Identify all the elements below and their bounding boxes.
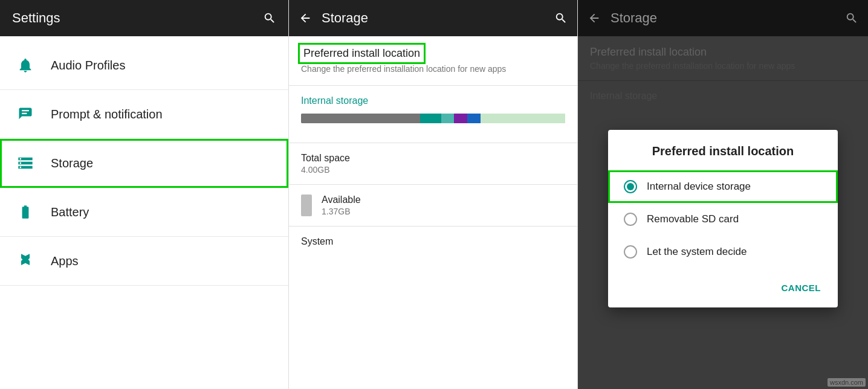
total-space-label: Total space	[301, 153, 565, 164]
bell-icon	[15, 54, 36, 76]
bar-blue	[467, 114, 481, 123]
sidebar-item-label-battery: Battery	[51, 205, 89, 219]
settings-header: Settings	[0, 0, 288, 36]
settings-search-icon[interactable]	[263, 11, 276, 25]
bar-used	[301, 114, 420, 123]
cancel-button[interactable]: CANCEL	[774, 278, 829, 298]
available-color-indicator	[301, 194, 312, 216]
storage-bar	[301, 114, 565, 123]
sidebar-item-label-apps: Apps	[51, 254, 79, 268]
storage-search-icon[interactable]	[554, 11, 568, 25]
radio-internal-dot	[627, 183, 634, 190]
radio-internal	[624, 180, 637, 193]
available-value: 1.37GB	[322, 207, 361, 216]
settings-list: Audio Profiles Prompt & notification Sto…	[0, 36, 288, 389]
dialog-option-label-internal: Internal device storage	[647, 181, 751, 193]
storage-panel: Storage Preferred install location Chang…	[289, 0, 578, 389]
radio-sd-card	[624, 213, 637, 226]
dialog-option-internal[interactable]: Internal device storage	[608, 170, 838, 203]
dialog-option-system-decide[interactable]: Let the system decide	[608, 236, 838, 268]
storage-header: Storage	[289, 0, 577, 36]
sidebar-item-label-prompt: Prompt & notification	[51, 108, 163, 121]
sidebar-item-prompt-notification[interactable]: Prompt & notification	[0, 90, 288, 139]
dialog-option-sd-card[interactable]: Removable SD card	[608, 203, 838, 236]
sidebar-item-label-storage: Storage	[51, 156, 93, 170]
preferred-location-desc: Change the preferred installation locati…	[301, 63, 565, 76]
system-label: System	[301, 236, 333, 247]
internal-storage-section: Internal storage	[289, 86, 577, 143]
storage-back-icon[interactable]	[299, 11, 312, 25]
total-space-value: 4.00GB	[301, 165, 565, 175]
bar-teal1	[420, 114, 441, 123]
sidebar-item-label-audio-profiles: Audio Profiles	[51, 59, 125, 72]
settings-panel: Settings Audio Profiles Prompt & notif	[0, 0, 289, 389]
dialog-option-label-sd: Removable SD card	[647, 213, 739, 225]
bar-free	[481, 114, 565, 123]
sidebar-item-battery[interactable]: Battery	[0, 188, 288, 237]
sidebar-item-storage[interactable]: Storage	[0, 139, 288, 188]
preferred-location-title: Preferred install location	[301, 46, 423, 61]
available-label: Available	[322, 194, 361, 205]
internal-storage-title: Internal storage	[301, 95, 565, 106]
prompt-icon	[15, 103, 36, 125]
storage-icon	[15, 152, 36, 174]
apps-icon	[15, 250, 36, 272]
preferred-location-section[interactable]: Preferred install location Change the pr…	[289, 36, 577, 86]
storage-dialog-panel: Storage Preferred install location Chang…	[578, 0, 868, 389]
storage-content: Preferred install location Change the pr…	[289, 36, 577, 389]
settings-title: Settings	[12, 10, 60, 26]
sidebar-item-audio-profiles[interactable]: Audio Profiles	[0, 41, 288, 90]
system-section: System	[289, 227, 577, 257]
total-space-section: Total space 4.00GB	[289, 143, 577, 185]
battery-icon	[15, 201, 36, 223]
dialog-title: Preferred install location	[608, 144, 838, 170]
dialog-option-label-system: Let the system decide	[647, 246, 747, 258]
available-section: Available 1.37GB	[289, 185, 577, 227]
storage-title: Storage	[322, 10, 368, 26]
dialog-actions: CANCEL	[608, 273, 838, 307]
bar-purple	[454, 114, 467, 123]
bar-teal2	[441, 114, 455, 123]
dialog-box: Preferred install location Internal devi…	[608, 130, 838, 307]
dialog-overlay: Preferred install location Internal devi…	[578, 0, 868, 389]
radio-system-decide	[624, 245, 637, 259]
sidebar-item-apps[interactable]: Apps	[0, 237, 288, 286]
